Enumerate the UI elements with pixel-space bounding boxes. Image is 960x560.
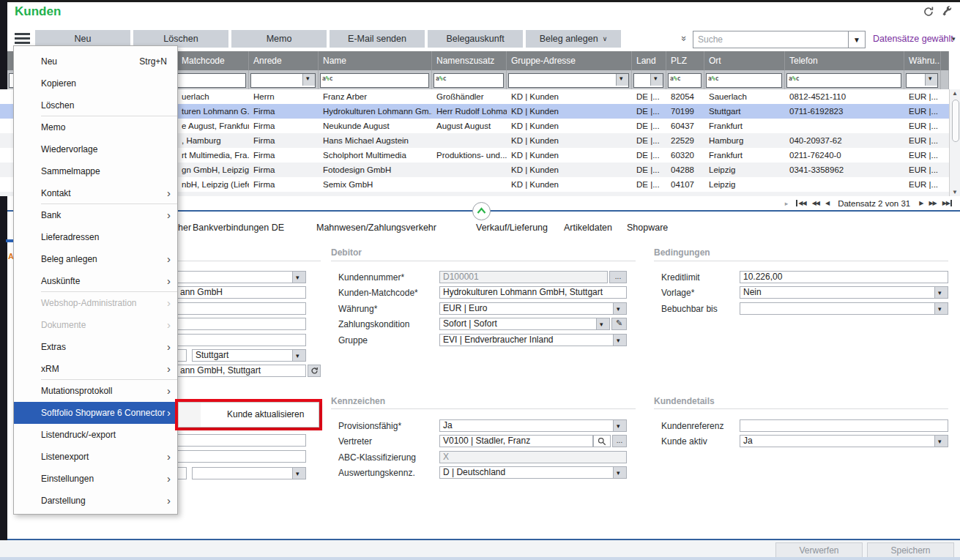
scroll-down-icon[interactable]: ▼: [950, 189, 960, 195]
search-dropdown-button[interactable]: ▼: [848, 31, 866, 48]
toolbar-button[interactable]: Memo: [231, 30, 327, 48]
column-header-name[interactable]: Name: [319, 51, 432, 70]
filter-dropdown-arrow[interactable]: [616, 74, 628, 86]
dropdown-arrow[interactable]: [596, 318, 609, 329]
dropdown-arrow[interactable]: [613, 467, 626, 478]
toolbar-button[interactable]: Belegauskunft: [428, 30, 523, 48]
column-header-gruppe-adresse[interactable]: Gruppe-Adresse: [507, 51, 632, 70]
detail-tab[interactable]: Bankverbindungen DE: [193, 223, 284, 233]
menu-item[interactable]: Löschen: [14, 94, 177, 116]
search-icon[interactable]: [593, 435, 611, 447]
menu-item[interactable]: Darstellung ›: [14, 490, 177, 512]
menu-item[interactable]: xRM ›: [14, 358, 177, 380]
fast-back-button[interactable]: ◀◀: [812, 200, 819, 206]
detail-tab[interactable]: Shopware: [627, 223, 668, 233]
menu-item[interactable]: Kopieren: [14, 72, 177, 94]
detail-tab[interactable]: Artikeldaten: [564, 223, 612, 233]
column-header-telefon[interactable]: Telefon: [785, 51, 904, 70]
menu-item[interactable]: Einstellungen ›: [14, 468, 177, 490]
dropdown-arrow[interactable]: [292, 350, 305, 361]
provisionsfaehig-select[interactable]: Ja: [439, 419, 627, 432]
menu-item[interactable]: Mutationsprotokoll ›: [14, 380, 177, 402]
save-button[interactable]: Speichern: [867, 542, 954, 558]
lookup-button[interactable]: ...: [612, 435, 627, 447]
wrench-icon[interactable]: [942, 6, 953, 18]
column-header-waehrung[interactable]: Währu...: [904, 51, 941, 70]
hamburger-menu-icon[interactable]: [15, 33, 30, 44]
menu-item[interactable]: Beleg anlegen ›: [14, 248, 177, 270]
vertreter-field[interactable]: V0100 | Stadler, Franz: [439, 435, 593, 447]
first-record-button[interactable]: ◀◀: [796, 200, 805, 206]
menu-item[interactable]: Lieferadressen: [14, 226, 177, 248]
scroll-up-icon[interactable]: ▲: [950, 90, 960, 97]
dropdown-arrow[interactable]: [292, 272, 305, 283]
city-select-field[interactable]: Stuttgart: [192, 349, 306, 362]
dropdown-arrow[interactable]: [292, 468, 305, 479]
search-input[interactable]: [693, 31, 855, 48]
kunde-aktualisieren-menu-item[interactable]: Kunde aktualisieren: [227, 403, 304, 427]
discard-button[interactable]: Verwerfen: [775, 542, 863, 558]
menu-item[interactable]: Listendruck/-export: [14, 424, 177, 446]
filter-input-name[interactable]: [335, 74, 435, 87]
menu-item[interactable]: Bank ›: [14, 204, 177, 226]
records-selected-label[interactable]: Datensätze gewählt: [873, 34, 953, 44]
double-chevron-icon[interactable]: »: [679, 36, 690, 41]
previous-record-button[interactable]: ◀: [825, 200, 829, 206]
kundennummer-field[interactable]: D100001: [439, 271, 608, 283]
detail-tab[interactable]: Mahnwesen/Zahlungsverkehr: [316, 223, 436, 233]
menu-item[interactable]: Listenexport ›: [14, 446, 177, 468]
filter-input-namenszusatz[interactable]: [449, 74, 514, 87]
records-caret-icon[interactable]: ▾: [952, 35, 956, 42]
lookup-button[interactable]: ...: [609, 271, 627, 283]
gruppe-select[interactable]: EVI | Endverbraucher Inland: [439, 334, 627, 346]
column-header-land[interactable]: Land: [632, 51, 666, 70]
filter-dropdown-arrow[interactable]: [650, 74, 663, 86]
menu-item[interactable]: Extras ›: [14, 336, 177, 358]
refresh-icon[interactable]: [923, 6, 934, 18]
expand-icon[interactable]: ▸: [785, 200, 788, 207]
menu-item[interactable]: Wiedervorlage: [14, 138, 177, 160]
column-header-namenszusatz[interactable]: Namenszusatz: [432, 51, 507, 70]
menu-item[interactable]: Kontakt ›: [14, 182, 177, 204]
column-header-anrede[interactable]: Anrede: [249, 51, 319, 70]
column-header-plz[interactable]: PLZ: [666, 51, 704, 70]
collapse-detail-button[interactable]: [472, 202, 491, 220]
menu-item[interactable]: Auskünfte ›: [14, 270, 177, 292]
filter-input-telefon[interactable]: [802, 74, 907, 87]
bebuchbar-bis-select[interactable]: [740, 302, 948, 315]
fast-forward-button[interactable]: ▶▶: [929, 200, 936, 206]
toolbar-button[interactable]: E-Mail senden: [330, 30, 425, 48]
filter-dropdown-arrow[interactable]: [302, 74, 315, 86]
beleg-anlegen-button[interactable]: Beleg anlegen ∨: [526, 30, 621, 48]
detail-tab[interactable]: her: [178, 223, 191, 233]
last-record-button[interactable]: ▶▶: [942, 200, 952, 206]
abc-klassifizierung-field[interactable]: X: [439, 451, 627, 463]
scrollbar-thumb[interactable]: [952, 100, 959, 142]
vorlage-select[interactable]: Nein: [740, 286, 948, 299]
kreditlimit-field[interactable]: 10.226,00: [740, 271, 948, 283]
menu-item[interactable]: Memo: [14, 116, 177, 138]
filter-input-ort[interactable]: [721, 74, 792, 87]
dropdown-arrow[interactable]: [934, 436, 948, 447]
menu-item[interactable]: Softfolio Shopware 6 Connector ›: [14, 402, 177, 424]
edit-pencil-icon[interactable]: [611, 318, 627, 330]
kundenreferenz-field[interactable]: [740, 419, 948, 432]
zahlungskondition-select[interactable]: Sofort | Sofort: [439, 318, 610, 330]
filter-input-gruppe[interactable]: [510, 74, 621, 87]
table-scrollbar[interactable]: ▲ ▼: [949, 89, 960, 196]
kunde-aktiv-select[interactable]: Ja: [740, 435, 948, 447]
waehrung-select[interactable]: EUR | Euro: [439, 302, 627, 315]
next-record-button[interactable]: ▶: [919, 200, 923, 206]
dropdown-arrow[interactable]: [613, 335, 626, 346]
detail-tab[interactable]: Verkauf/Lieferung: [476, 223, 548, 233]
dropdown-arrow[interactable]: [613, 420, 626, 431]
auswertungskennz-select[interactable]: D | Deutschland: [439, 466, 627, 479]
dropdown-arrow[interactable]: [934, 287, 948, 298]
refresh-matchcode-icon[interactable]: [308, 365, 321, 377]
menu-item[interactable]: Neu Strg+N: [14, 51, 177, 72]
kunden-matchcode-field[interactable]: Hydrokulturen Lohmann GmbH, Stuttgart: [439, 286, 627, 299]
select-field[interactable]: [192, 467, 306, 479]
menu-item[interactable]: Sammelmappe: [14, 160, 177, 182]
dropdown-arrow[interactable]: [934, 303, 948, 314]
column-header-ort[interactable]: Ort: [704, 51, 785, 70]
